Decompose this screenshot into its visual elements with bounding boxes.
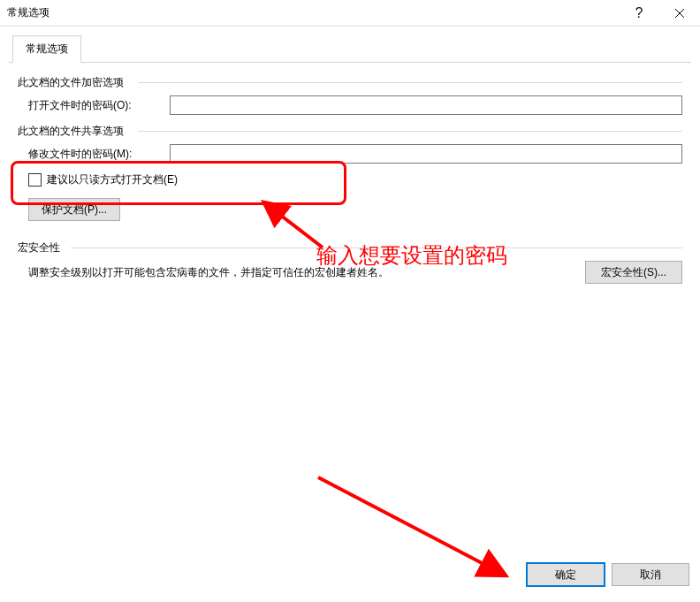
tab-panel: 此文档的文件加密选项 打开文件时的密码(O): 此文档的文件共享选项 修改文件时…: [9, 63, 691, 300]
macro-security-button[interactable]: 宏安全性(S)...: [585, 261, 682, 284]
readonly-checkbox-row[interactable]: 建议以只读方式打开文档(E): [28, 172, 682, 187]
cancel-button[interactable]: 取消: [612, 563, 689, 586]
general-options-dialog: 常规选项 ? 常规选项 此文档的文件加密选项 打开文件时的密码(O):: [0, 0, 700, 602]
modify-password-label: 修改文件时的密码(M):: [28, 147, 170, 162]
window-title: 常规选项: [7, 5, 619, 20]
tab-general[interactable]: 常规选项: [12, 35, 81, 63]
close-icon: [675, 6, 684, 20]
open-password-row: 打开文件时的密码(O):: [28, 95, 682, 115]
open-password-input[interactable]: [170, 95, 682, 115]
close-button[interactable]: [659, 0, 700, 27]
macro-security-button-label: 宏安全性(S)...: [601, 265, 666, 280]
help-icon: ?: [635, 5, 643, 21]
tab-general-label: 常规选项: [26, 42, 68, 55]
share-group-title: 此文档的文件共享选项: [18, 124, 682, 139]
macro-row: 调整安全级别以打开可能包含宏病毒的文件，并指定可信任的宏创建者姓名。 宏安全性(…: [28, 261, 682, 284]
encrypt-group-title: 此文档的文件加密选项: [18, 75, 682, 90]
ok-button[interactable]: 确定: [527, 563, 605, 586]
readonly-checkbox-box: [28, 173, 42, 187]
macro-group-title: 宏安全性: [18, 240, 682, 255]
help-button[interactable]: ?: [619, 0, 659, 27]
share-group: 此文档的文件共享选项 修改文件时的密码(M): 建议以只读方式打开文档(E) 保…: [18, 124, 682, 233]
dialog-footer: 确定 取消: [0, 558, 700, 602]
content-area: 常规选项 此文档的文件加密选项 打开文件时的密码(O): 此文档的文件共享选项 …: [0, 27, 700, 558]
modify-password-row: 修改文件时的密码(M):: [28, 144, 682, 164]
ok-button-label: 确定: [555, 568, 576, 583]
protect-doc-button-label: 保护文档(P)...: [42, 202, 107, 217]
titlebar: 常规选项 ?: [0, 0, 700, 27]
cancel-button-label: 取消: [640, 568, 661, 583]
encrypt-group: 此文档的文件加密选项 打开文件时的密码(O):: [18, 75, 682, 115]
modify-password-input[interactable]: [170, 144, 682, 164]
readonly-checkbox-label: 建议以只读方式打开文档(E): [47, 172, 178, 187]
protect-doc-button[interactable]: 保护文档(P)...: [28, 198, 120, 221]
open-password-label: 打开文件时的密码(O):: [28, 98, 170, 113]
macro-group: 宏安全性 调整安全级别以打开可能包含宏病毒的文件，并指定可信任的宏创建者姓名。 …: [18, 240, 682, 284]
tab-strip: 常规选项: [9, 35, 691, 63]
macro-description: 调整安全级别以打开可能包含宏病毒的文件，并指定可信任的宏创建者姓名。: [28, 265, 585, 280]
